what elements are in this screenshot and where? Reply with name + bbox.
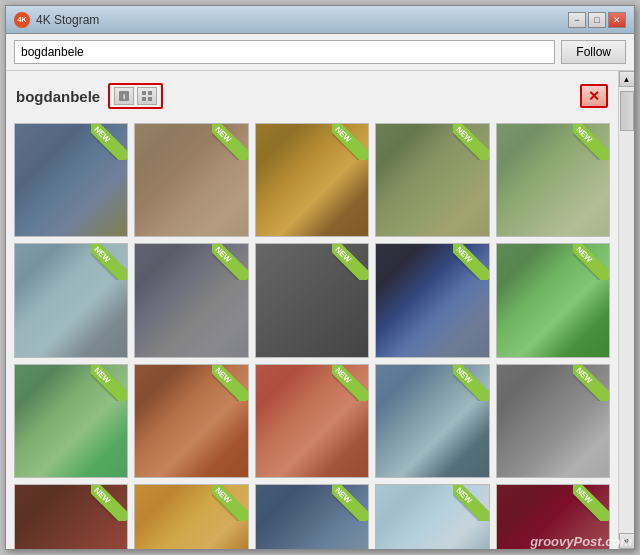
photo-item-15[interactable] bbox=[14, 484, 128, 549]
search-input[interactable] bbox=[14, 40, 555, 64]
photo-item-12[interactable] bbox=[255, 364, 369, 478]
new-badge-10 bbox=[91, 364, 128, 401]
photo-item-7[interactable] bbox=[255, 243, 369, 357]
photo-item-5[interactable] bbox=[14, 243, 128, 357]
photo-item-19[interactable] bbox=[496, 484, 610, 549]
new-badge-2 bbox=[332, 123, 369, 160]
content-wrapper: bogdanbele i bbox=[6, 71, 634, 549]
scrollbar[interactable]: ▲ ▼ bbox=[618, 71, 634, 549]
new-badge-14 bbox=[573, 364, 610, 401]
window-close-button[interactable]: ✕ bbox=[608, 12, 626, 28]
user-header: bogdanbele i bbox=[14, 79, 610, 113]
photo-item-4[interactable] bbox=[496, 123, 610, 237]
main-window: 4K 4K Stogram − □ ✕ Follow bogdanbele i bbox=[5, 5, 635, 550]
new-badge-0 bbox=[91, 123, 128, 160]
photo-item-17[interactable] bbox=[255, 484, 369, 549]
minimize-button[interactable]: − bbox=[568, 12, 586, 28]
window-title: 4K Stogram bbox=[36, 13, 568, 27]
username-label: bogdanbele bbox=[16, 88, 100, 105]
new-badge-11 bbox=[212, 364, 249, 401]
window-controls: − □ ✕ bbox=[568, 12, 626, 28]
photo-item-3[interactable] bbox=[375, 123, 489, 237]
delete-user-button[interactable]: ✕ bbox=[580, 84, 608, 108]
svg-rect-3 bbox=[148, 91, 152, 95]
user-info-button[interactable]: i bbox=[114, 87, 134, 105]
photo-item-16[interactable] bbox=[134, 484, 248, 549]
svg-rect-5 bbox=[148, 97, 152, 101]
scroll-track[interactable] bbox=[619, 87, 635, 533]
photo-item-6[interactable] bbox=[134, 243, 248, 357]
svg-text:i: i bbox=[123, 92, 125, 101]
user-action-buttons: i bbox=[108, 83, 163, 109]
svg-rect-2 bbox=[142, 91, 146, 95]
main-content[interactable]: bogdanbele i bbox=[6, 71, 618, 549]
new-badge-19 bbox=[573, 484, 610, 521]
photo-item-10[interactable] bbox=[14, 364, 128, 478]
new-badge-15 bbox=[91, 484, 128, 521]
maximize-button[interactable]: □ bbox=[588, 12, 606, 28]
title-bar: 4K 4K Stogram − □ ✕ bbox=[6, 6, 634, 34]
new-badge-12 bbox=[332, 364, 369, 401]
photo-item-9[interactable] bbox=[496, 243, 610, 357]
new-badge-6 bbox=[212, 243, 249, 280]
photo-item-13[interactable] bbox=[375, 364, 489, 478]
user-grid-button[interactable] bbox=[137, 87, 157, 105]
info-icon: i bbox=[118, 90, 130, 102]
new-badge-3 bbox=[453, 123, 490, 160]
scroll-down-button[interactable]: ▼ bbox=[619, 533, 635, 549]
toolbar: Follow bbox=[6, 34, 634, 71]
new-badge-17 bbox=[332, 484, 369, 521]
app-icon: 4K bbox=[14, 12, 30, 28]
new-badge-16 bbox=[212, 484, 249, 521]
svg-rect-4 bbox=[142, 97, 146, 101]
new-badge-1 bbox=[212, 123, 249, 160]
photo-item-0[interactable] bbox=[14, 123, 128, 237]
photo-item-18[interactable] bbox=[375, 484, 489, 549]
new-badge-4 bbox=[573, 123, 610, 160]
scroll-up-button[interactable]: ▲ bbox=[619, 71, 635, 87]
photos-grid bbox=[14, 123, 610, 549]
photo-item-1[interactable] bbox=[134, 123, 248, 237]
new-badge-8 bbox=[453, 243, 490, 280]
new-badge-7 bbox=[332, 243, 369, 280]
photo-item-14[interactable] bbox=[496, 364, 610, 478]
photo-item-2[interactable] bbox=[255, 123, 369, 237]
scroll-thumb[interactable] bbox=[620, 91, 634, 131]
photo-item-11[interactable] bbox=[134, 364, 248, 478]
new-badge-5 bbox=[91, 243, 128, 280]
photo-item-8[interactable] bbox=[375, 243, 489, 357]
follow-button[interactable]: Follow bbox=[561, 40, 626, 64]
new-badge-13 bbox=[453, 364, 490, 401]
new-badge-18 bbox=[453, 484, 490, 521]
grid-icon bbox=[141, 90, 153, 102]
new-badge-9 bbox=[573, 243, 610, 280]
